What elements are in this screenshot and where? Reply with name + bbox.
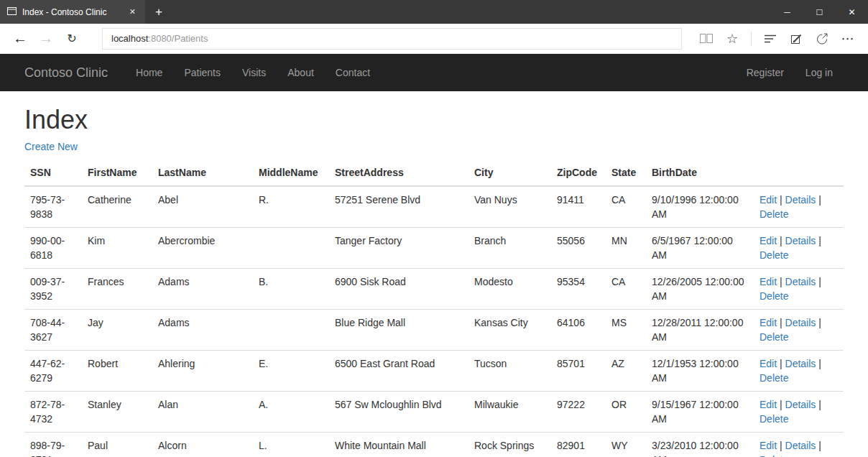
col-header-zip: ZipCode xyxy=(551,160,606,186)
forward-icon[interactable]: → xyxy=(33,27,59,51)
cell-birth: 6/5/1967 12:00:00 AM xyxy=(646,228,754,269)
col-header-city: City xyxy=(468,160,551,186)
cell-city: Milwaukie xyxy=(468,392,551,433)
cell-ssn: 447-62-6279 xyxy=(24,351,82,392)
delete-link[interactable]: Delete xyxy=(760,413,788,425)
cell-birth: 3/23/2010 12:00:00 AM xyxy=(646,433,754,457)
nav-visits[interactable]: Visits xyxy=(231,54,277,91)
edit-link[interactable]: Edit xyxy=(760,317,777,328)
delete-link[interactable]: Delete xyxy=(760,372,788,384)
cell-state: MN xyxy=(606,228,646,269)
table-row: 898-79-2701PaulAlcornL.White Mountain Ma… xyxy=(24,433,844,457)
cell-state: CA xyxy=(606,269,646,310)
details-link[interactable]: Details xyxy=(785,194,816,206)
cell-last: Alcorn xyxy=(152,433,253,457)
cell-state: OR xyxy=(606,392,646,433)
edit-link[interactable]: Edit xyxy=(760,399,777,410)
more-icon[interactable]: ⋯ xyxy=(835,27,861,51)
url-path: :8080/Patients xyxy=(148,33,208,44)
delete-link[interactable]: Delete xyxy=(760,454,788,457)
cell-city: Van Nuys xyxy=(468,186,551,228)
create-new-link[interactable]: Create New xyxy=(24,141,78,152)
nav-about[interactable]: About xyxy=(277,54,325,91)
cell-zip: 91411 xyxy=(551,186,606,228)
edit-link[interactable]: Edit xyxy=(760,194,777,206)
browser-tab[interactable]: Index - Contoso Clinic ✕ xyxy=(0,0,145,24)
close-button[interactable]: ✕ xyxy=(836,0,868,24)
cell-street: Blue Ridge Mall xyxy=(329,310,468,351)
cell-middle: E. xyxy=(253,351,329,392)
site-navbar: Contoso Clinic Home Patients Visits Abou… xyxy=(0,54,868,91)
details-link[interactable]: Details xyxy=(785,317,816,328)
page-title: Index xyxy=(24,106,844,134)
share-icon[interactable] xyxy=(809,27,835,51)
hub-icon[interactable] xyxy=(757,27,783,51)
delete-link[interactable]: Delete xyxy=(760,290,788,302)
cell-birth: 9/10/1996 12:00:00 AM xyxy=(646,186,754,228)
minimize-button[interactable]: ─ xyxy=(771,0,803,24)
nav-register[interactable]: Register xyxy=(736,54,795,91)
details-link[interactable]: Details xyxy=(785,276,816,287)
cell-street: Tanger Factory xyxy=(329,228,468,269)
details-link[interactable]: Details xyxy=(785,440,816,451)
refresh-icon[interactable]: ↻ xyxy=(59,27,85,51)
cell-actions: Edit | Details | Delete xyxy=(754,351,844,392)
cell-first: Kim xyxy=(82,228,152,269)
delete-link[interactable]: Delete xyxy=(760,331,788,343)
nav-contact[interactable]: Contact xyxy=(325,54,381,91)
cell-birth: 12/26/2005 12:00:00 AM xyxy=(646,269,754,310)
web-note-pen-icon[interactable] xyxy=(783,27,809,51)
cell-city: Branch xyxy=(468,228,551,269)
details-link[interactable]: Details xyxy=(785,399,816,410)
edit-link[interactable]: Edit xyxy=(760,235,777,246)
table-row: 708-44-3627JayAdamsBlue Ridge MallKansas… xyxy=(24,310,844,351)
cell-ssn: 872-78-4732 xyxy=(24,392,82,433)
details-link[interactable]: Details xyxy=(785,235,816,246)
tab-close-icon[interactable]: ✕ xyxy=(126,6,139,18)
col-header-street: StreetAddress xyxy=(329,160,468,186)
edit-link[interactable]: Edit xyxy=(760,440,777,451)
maximize-button[interactable]: □ xyxy=(803,0,836,24)
new-tab-button[interactable]: + xyxy=(145,0,172,24)
nav-login[interactable]: Log in xyxy=(795,54,844,91)
patients-table-body: 795-73-9838CatherineAbelR.57251 Serene B… xyxy=(24,186,844,457)
window-controls: ─ □ ✕ xyxy=(771,0,868,24)
col-header-actions xyxy=(754,160,844,186)
delete-link[interactable]: Delete xyxy=(760,208,788,220)
cell-city: Rock Springs xyxy=(468,433,551,457)
cell-ssn: 795-73-9838 xyxy=(24,186,82,228)
cell-city: Kansas City xyxy=(468,310,551,351)
favorites-star-icon[interactable]: ☆ xyxy=(719,27,745,51)
cell-last: Alan xyxy=(152,392,253,433)
col-header-last: LastName xyxy=(152,160,253,186)
cell-first: Jay xyxy=(82,310,152,351)
cell-first: Frances xyxy=(82,269,152,310)
cell-zip: 55056 xyxy=(551,228,606,269)
toolbar-right: ☆ ⋯ xyxy=(693,27,861,51)
nav-home[interactable]: Home xyxy=(125,54,173,91)
cell-middle: A. xyxy=(253,392,329,433)
address-bar[interactable]: localhost:8080/Patients xyxy=(102,28,682,50)
table-row: 872-78-4732StanleyAlanA.567 Sw Mcloughli… xyxy=(24,392,844,433)
edit-link[interactable]: Edit xyxy=(760,276,777,287)
cell-zip: 64106 xyxy=(551,310,606,351)
url-host: localhost xyxy=(111,33,148,44)
cell-zip: 85701 xyxy=(551,351,606,392)
cell-last: Abercrombie xyxy=(152,228,253,269)
nav-patients[interactable]: Patients xyxy=(173,54,231,91)
cell-ssn: 009-37-3952 xyxy=(24,269,82,310)
cell-actions: Edit | Details | Delete xyxy=(754,228,844,269)
back-icon[interactable]: ← xyxy=(7,27,33,51)
page-content: Index Create New SSNFirstNameLastNameMid… xyxy=(0,106,868,457)
cell-city: Tucson xyxy=(468,351,551,392)
details-link[interactable]: Details xyxy=(785,358,816,369)
table-row: 447-62-6279RobertAhleringE.6500 East Gra… xyxy=(24,351,844,392)
cell-street: 567 Sw Mcloughlin Blvd xyxy=(329,392,468,433)
brand-link[interactable]: Contoso Clinic xyxy=(24,65,108,80)
reading-view-icon[interactable] xyxy=(693,27,719,51)
cell-actions: Edit | Details | Delete xyxy=(754,310,844,351)
table-row: 795-73-9838CatherineAbelR.57251 Serene B… xyxy=(24,186,844,228)
cell-state: AZ xyxy=(606,351,646,392)
delete-link[interactable]: Delete xyxy=(760,249,788,261)
edit-link[interactable]: Edit xyxy=(760,358,777,369)
